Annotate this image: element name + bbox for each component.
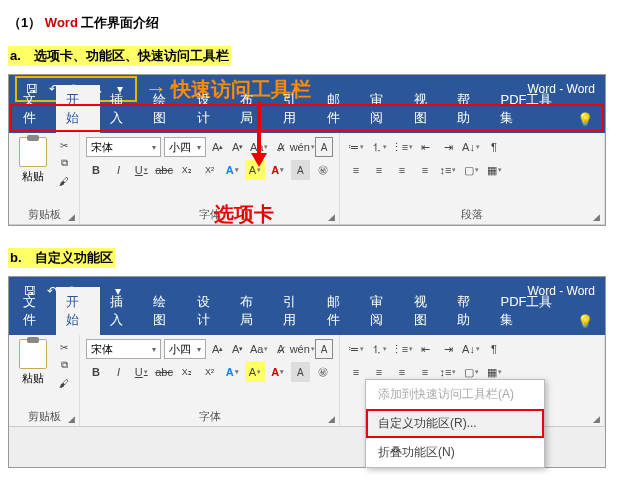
paste-button[interactable]: 粘贴 (15, 137, 51, 184)
tab-file[interactable]: 文件 (13, 287, 56, 335)
strikethrough-button[interactable]: abc (154, 160, 174, 180)
change-case-button[interactable]: Aa (249, 137, 269, 157)
tab-pdf[interactable]: PDF工具集 (490, 287, 569, 335)
font-name-combo[interactable]: 宋体 (86, 339, 161, 359)
font-size-combo[interactable]: 小四 (164, 339, 206, 359)
paste-button[interactable]: 粘贴 (15, 339, 51, 386)
strikethrough-button[interactable]: abc (154, 362, 174, 382)
show-marks-icon[interactable]: ¶ (484, 339, 504, 359)
increase-indent-icon[interactable]: ⇥ (438, 137, 458, 157)
tab-design[interactable]: 设计 (187, 85, 230, 133)
dialog-launcher-icon[interactable]: ◢ (68, 212, 75, 222)
tab-insert[interactable]: 插入 (100, 287, 143, 335)
char-border-button[interactable]: A (315, 137, 333, 157)
justify-icon[interactable]: ≡ (415, 160, 435, 180)
tab-review[interactable]: 审阅 (360, 287, 403, 335)
clear-format-icon[interactable]: A̷ (272, 137, 289, 157)
text-effects-button[interactable]: A (222, 160, 242, 180)
shrink-font-icon[interactable]: A▾ (229, 137, 246, 157)
cut-icon[interactable]: ✂ (55, 339, 73, 355)
grow-font-icon[interactable]: A▴ (209, 137, 226, 157)
tab-layout[interactable]: 布局 (230, 85, 273, 133)
char-border-button[interactable]: A (315, 339, 333, 359)
tab-view[interactable]: 视图 (404, 287, 447, 335)
tell-me-icon[interactable]: 💡 (569, 106, 601, 133)
shading-icon[interactable]: ▢ (461, 160, 481, 180)
multilevel-icon[interactable]: ⋮≡ (392, 339, 412, 359)
tab-home[interactable]: 开始 (56, 287, 99, 335)
bullets-icon[interactable]: ≔ (346, 137, 366, 157)
copy-icon[interactable]: ⧉ (55, 155, 73, 171)
shrink-font-icon[interactable]: A▾ (229, 339, 246, 359)
format-painter-icon[interactable]: 🖌 (55, 173, 73, 189)
tab-home[interactable]: 开始 (56, 85, 99, 133)
tab-references[interactable]: 引用 (273, 85, 316, 133)
tab-mailings[interactable]: 邮件 (317, 287, 360, 335)
multilevel-icon[interactable]: ⋮≡ (392, 137, 412, 157)
font-color-button[interactable]: A (268, 160, 288, 180)
show-marks-icon[interactable]: ¶ (484, 137, 504, 157)
line-spacing-icon[interactable]: ↕≡ (438, 160, 458, 180)
superscript-button[interactable]: X² (200, 160, 220, 180)
underline-button[interactable]: U (131, 362, 151, 382)
tab-help[interactable]: 帮助 (447, 287, 490, 335)
highlight-button[interactable]: A (245, 362, 265, 382)
dialog-launcher-icon[interactable]: ◢ (68, 414, 75, 424)
numbering-icon[interactable]: ⒈ (369, 137, 389, 157)
borders-icon[interactable]: ▦ (484, 160, 504, 180)
bullets-icon[interactable]: ≔ (346, 339, 366, 359)
italic-button[interactable]: I (109, 160, 129, 180)
increase-indent-icon[interactable]: ⇥ (438, 339, 458, 359)
bold-button[interactable]: B (86, 160, 106, 180)
tab-file[interactable]: 文件 (13, 85, 56, 133)
enclose-char-button[interactable]: ㊙ (313, 362, 333, 382)
tab-review[interactable]: 审阅 (360, 85, 403, 133)
tab-insert[interactable]: 插入 (100, 85, 143, 133)
tab-view[interactable]: 视图 (404, 85, 447, 133)
menu-collapse-ribbon[interactable]: 折叠功能区(N) (366, 438, 544, 467)
font-name-combo[interactable]: 宋体 (86, 137, 161, 157)
menu-customize-ribbon[interactable]: 自定义功能区(R)... (366, 409, 544, 438)
format-painter-icon[interactable]: 🖌 (55, 375, 73, 391)
decrease-indent-icon[interactable]: ⇤ (415, 339, 435, 359)
align-right-icon[interactable]: ≡ (392, 160, 412, 180)
bold-button[interactable]: B (86, 362, 106, 382)
cut-icon[interactable]: ✂ (55, 137, 73, 153)
subscript-button[interactable]: X₂ (177, 160, 197, 180)
align-center-icon[interactable]: ≡ (369, 160, 389, 180)
tab-mailings[interactable]: 邮件 (317, 85, 360, 133)
sort-icon[interactable]: A↓ (461, 137, 481, 157)
phonetic-guide-button[interactable]: wén (292, 339, 312, 359)
decrease-indent-icon[interactable]: ⇤ (415, 137, 435, 157)
tell-me-icon[interactable]: 💡 (569, 308, 601, 335)
clear-format-icon[interactable]: A̷ (272, 339, 289, 359)
dialog-launcher-icon[interactable]: ◢ (328, 212, 335, 222)
subscript-button[interactable]: X₂ (177, 362, 197, 382)
char-shading-button[interactable]: A (291, 362, 311, 382)
underline-button[interactable]: U (131, 160, 151, 180)
align-left-icon[interactable]: ≡ (346, 362, 366, 382)
copy-icon[interactable]: ⧉ (55, 357, 73, 373)
tab-references[interactable]: 引用 (273, 287, 316, 335)
sort-icon[interactable]: A↓ (461, 339, 481, 359)
tab-help[interactable]: 帮助 (447, 85, 490, 133)
numbering-icon[interactable]: ⒈ (369, 339, 389, 359)
tab-draw[interactable]: 绘图 (143, 287, 186, 335)
tab-layout[interactable]: 布局 (230, 287, 273, 335)
grow-font-icon[interactable]: A▴ (209, 339, 226, 359)
change-case-button[interactable]: Aa (249, 339, 269, 359)
dialog-launcher-icon[interactable]: ◢ (328, 414, 335, 424)
superscript-button[interactable]: X² (200, 362, 220, 382)
italic-button[interactable]: I (109, 362, 129, 382)
phonetic-guide-button[interactable]: wén (292, 137, 312, 157)
text-effects-button[interactable]: A (222, 362, 242, 382)
tab-pdf[interactable]: PDF工具集 (490, 85, 569, 133)
align-left-icon[interactable]: ≡ (346, 160, 366, 180)
dialog-launcher-icon[interactable]: ◢ (593, 212, 600, 222)
highlight-button[interactable]: A (245, 160, 265, 180)
tab-draw[interactable]: 绘图 (143, 85, 186, 133)
dialog-launcher-icon[interactable]: ◢ (593, 414, 600, 424)
font-size-combo[interactable]: 小四 (164, 137, 206, 157)
enclose-char-button[interactable]: ㊙ (313, 160, 333, 180)
font-color-button[interactable]: A (268, 362, 288, 382)
